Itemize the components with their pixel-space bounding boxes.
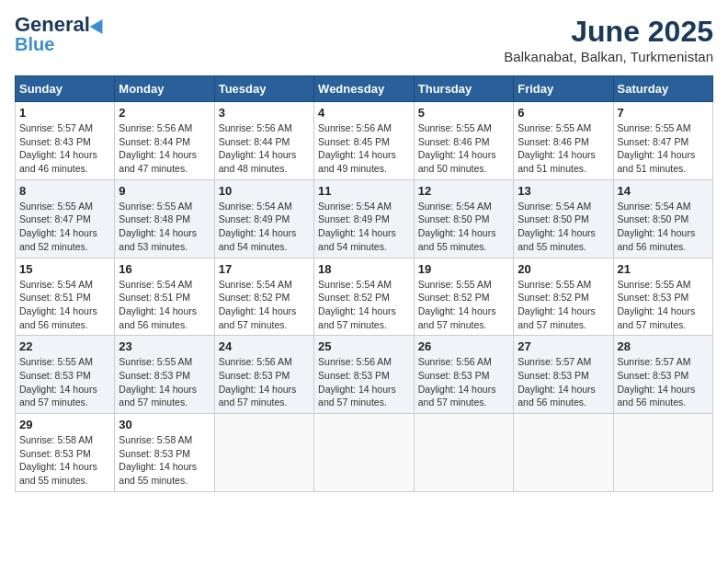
day-detail: Sunrise: 5:55 AM Sunset: 8:52 PM Dayligh…: [518, 278, 609, 332]
table-row: 20 Sunrise: 5:55 AM Sunset: 8:52 PM Dayl…: [514, 258, 613, 336]
table-row: 2 Sunrise: 5:56 AM Sunset: 8:44 PM Dayli…: [115, 102, 214, 180]
calendar-week-row: 22 Sunrise: 5:55 AM Sunset: 8:53 PM Dayl…: [16, 336, 713, 414]
day-detail: Sunrise: 5:58 AM Sunset: 8:53 PM Dayligh…: [19, 433, 110, 488]
table-row: 14 Sunrise: 5:54 AM Sunset: 8:50 PM Dayl…: [613, 179, 713, 258]
day-detail: Sunrise: 5:55 AM Sunset: 8:48 PM Dayligh…: [119, 200, 210, 254]
table-row: 30 Sunrise: 5:58 AM Sunset: 8:53 PM Dayl…: [115, 414, 214, 492]
day-detail: Sunrise: 5:55 AM Sunset: 8:53 PM Dayligh…: [618, 278, 710, 332]
page-header: General Blue June 2025 Balkanabat, Balka…: [15, 15, 713, 64]
day-number: 25: [318, 339, 410, 353]
table-row: 16 Sunrise: 5:54 AM Sunset: 8:51 PM Dayl…: [115, 258, 214, 336]
table-row: 5 Sunrise: 5:55 AM Sunset: 8:46 PM Dayli…: [414, 102, 513, 180]
header-monday: Monday: [115, 76, 214, 102]
table-row: 10 Sunrise: 5:54 AM Sunset: 8:49 PM Dayl…: [214, 179, 313, 258]
day-number: 27: [518, 339, 609, 353]
table-row: 24 Sunrise: 5:56 AM Sunset: 8:53 PM Dayl…: [214, 336, 313, 414]
logo-text-blue: Blue: [15, 35, 54, 53]
day-detail: Sunrise: 5:54 AM Sunset: 8:51 PM Dayligh…: [119, 278, 210, 332]
day-number: 13: [518, 184, 609, 198]
logo-text-general: General: [15, 15, 90, 35]
table-row: 3 Sunrise: 5:56 AM Sunset: 8:44 PM Dayli…: [214, 102, 313, 180]
day-detail: Sunrise: 5:58 AM Sunset: 8:53 PM Dayligh…: [119, 433, 210, 488]
day-number: 12: [418, 184, 509, 198]
calendar-table: Sunday Monday Tuesday Wednesday Thursday…: [15, 75, 713, 492]
table-row: 21 Sunrise: 5:55 AM Sunset: 8:53 PM Dayl…: [613, 258, 713, 336]
day-number: 14: [618, 184, 710, 198]
day-number: 3: [219, 106, 310, 120]
header-friday: Friday: [514, 76, 613, 102]
table-row: 27 Sunrise: 5:57 AM Sunset: 8:53 PM Dayl…: [514, 336, 613, 414]
page-subtitle: Balkanabat, Balkan, Turkmenistan: [504, 49, 713, 64]
day-number: 28: [618, 339, 710, 353]
day-detail: Sunrise: 5:55 AM Sunset: 8:53 PM Dayligh…: [119, 355, 210, 409]
day-number: 5: [418, 106, 509, 120]
table-row: 11 Sunrise: 5:54 AM Sunset: 8:49 PM Dayl…: [314, 179, 415, 258]
day-number: 24: [219, 339, 310, 353]
day-detail: Sunrise: 5:57 AM Sunset: 8:43 PM Dayligh…: [19, 121, 110, 176]
day-detail: Sunrise: 5:56 AM Sunset: 8:45 PM Dayligh…: [318, 121, 410, 176]
day-detail: Sunrise: 5:54 AM Sunset: 8:50 PM Dayligh…: [418, 200, 509, 254]
day-number: 6: [518, 106, 609, 120]
table-row: 25 Sunrise: 5:56 AM Sunset: 8:53 PM Dayl…: [314, 336, 415, 414]
day-detail: Sunrise: 5:55 AM Sunset: 8:46 PM Dayligh…: [518, 121, 609, 176]
day-detail: Sunrise: 5:55 AM Sunset: 8:47 PM Dayligh…: [19, 200, 110, 254]
table-row: 9 Sunrise: 5:55 AM Sunset: 8:48 PM Dayli…: [115, 179, 214, 258]
day-detail: Sunrise: 5:57 AM Sunset: 8:53 PM Dayligh…: [618, 355, 710, 409]
header-row: Sunday Monday Tuesday Wednesday Thursday…: [16, 76, 713, 102]
table-row: 8 Sunrise: 5:55 AM Sunset: 8:47 PM Dayli…: [16, 179, 115, 258]
table-row: 19 Sunrise: 5:55 AM Sunset: 8:52 PM Dayl…: [414, 258, 513, 336]
day-number: 20: [518, 262, 609, 276]
table-row: [314, 414, 415, 492]
day-number: 22: [19, 339, 110, 353]
day-detail: Sunrise: 5:55 AM Sunset: 8:53 PM Dayligh…: [19, 355, 110, 409]
logo: General Blue: [15, 15, 107, 53]
day-detail: Sunrise: 5:57 AM Sunset: 8:53 PM Dayligh…: [518, 355, 609, 409]
table-row: 12 Sunrise: 5:54 AM Sunset: 8:50 PM Dayl…: [414, 179, 513, 258]
table-row: 7 Sunrise: 5:55 AM Sunset: 8:47 PM Dayli…: [613, 102, 713, 180]
day-number: 17: [219, 262, 310, 276]
day-number: 26: [418, 339, 509, 353]
day-number: 18: [318, 262, 410, 276]
table-row: 6 Sunrise: 5:55 AM Sunset: 8:46 PM Dayli…: [514, 102, 613, 180]
table-row: [613, 414, 713, 492]
day-detail: Sunrise: 5:54 AM Sunset: 8:52 PM Dayligh…: [318, 278, 410, 332]
day-detail: Sunrise: 5:54 AM Sunset: 8:49 PM Dayligh…: [219, 200, 310, 254]
day-number: 9: [119, 184, 210, 198]
day-detail: Sunrise: 5:54 AM Sunset: 8:52 PM Dayligh…: [219, 278, 310, 332]
table-row: 17 Sunrise: 5:54 AM Sunset: 8:52 PM Dayl…: [214, 258, 313, 336]
table-row: 29 Sunrise: 5:58 AM Sunset: 8:53 PM Dayl…: [16, 414, 115, 492]
day-number: 30: [119, 418, 210, 431]
calendar-header: Sunday Monday Tuesday Wednesday Thursday…: [16, 76, 713, 102]
day-detail: Sunrise: 5:56 AM Sunset: 8:44 PM Dayligh…: [119, 121, 210, 176]
table-row: [414, 414, 513, 492]
day-number: 8: [19, 184, 110, 198]
calendar-week-row: 15 Sunrise: 5:54 AM Sunset: 8:51 PM Dayl…: [16, 258, 713, 336]
day-detail: Sunrise: 5:55 AM Sunset: 8:46 PM Dayligh…: [418, 121, 509, 176]
table-row: 22 Sunrise: 5:55 AM Sunset: 8:53 PM Dayl…: [16, 336, 115, 414]
day-detail: Sunrise: 5:56 AM Sunset: 8:53 PM Dayligh…: [219, 355, 310, 409]
day-number: 2: [119, 106, 210, 120]
title-block: June 2025 Balkanabat, Balkan, Turkmenist…: [504, 15, 713, 64]
day-number: 29: [19, 418, 110, 431]
table-row: 26 Sunrise: 5:56 AM Sunset: 8:53 PM Dayl…: [414, 336, 513, 414]
day-detail: Sunrise: 5:55 AM Sunset: 8:52 PM Dayligh…: [418, 278, 509, 332]
table-row: 1 Sunrise: 5:57 AM Sunset: 8:43 PM Dayli…: [16, 102, 115, 180]
day-number: 21: [618, 262, 710, 276]
day-number: 23: [119, 339, 210, 353]
day-number: 4: [318, 106, 410, 120]
header-saturday: Saturday: [613, 76, 713, 102]
day-number: 16: [119, 262, 210, 276]
table-row: 28 Sunrise: 5:57 AM Sunset: 8:53 PM Dayl…: [613, 336, 713, 414]
logo-icon: [90, 16, 109, 34]
day-number: 15: [19, 262, 110, 276]
day-number: 7: [618, 106, 710, 120]
table-row: [214, 414, 313, 492]
header-sunday: Sunday: [16, 76, 115, 102]
page-title: June 2025: [504, 15, 713, 49]
table-row: 4 Sunrise: 5:56 AM Sunset: 8:45 PM Dayli…: [314, 102, 415, 180]
calendar-week-row: 1 Sunrise: 5:57 AM Sunset: 8:43 PM Dayli…: [16, 102, 713, 180]
header-tuesday: Tuesday: [214, 76, 313, 102]
table-row: 13 Sunrise: 5:54 AM Sunset: 8:50 PM Dayl…: [514, 179, 613, 258]
header-thursday: Thursday: [414, 76, 513, 102]
header-wednesday: Wednesday: [314, 76, 415, 102]
